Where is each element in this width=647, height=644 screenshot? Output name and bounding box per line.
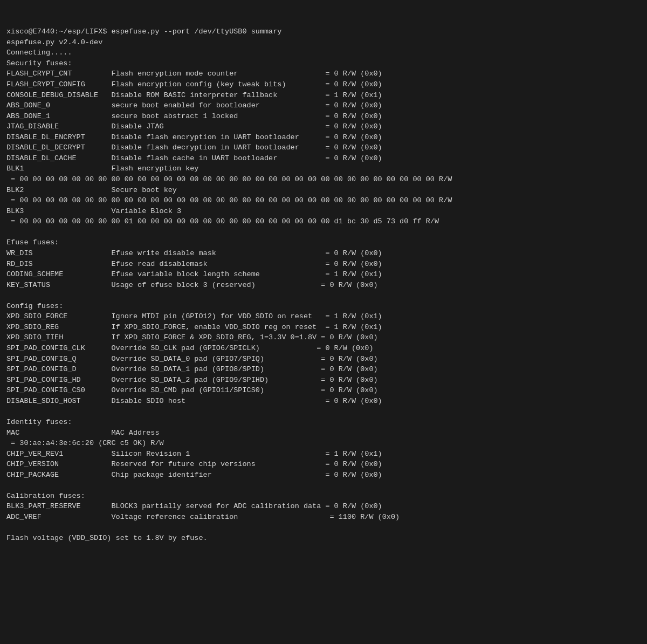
terminal-line-xpd-sdio-tieh: XPD_SDIO_TIEH If XPD_SDIO_FORCE & XPD_SD… [6, 332, 641, 343]
terminal-line-empty4 [6, 480, 641, 491]
terminal-line-flash-crypt-config: FLASH_CRYPT_CONFIG Flash encryption conf… [6, 79, 641, 90]
terminal-line-xpd-sdio-reg: XPD_SDIO_REG If XPD_SDIO_FORCE, enable V… [6, 322, 641, 333]
terminal-line-console-debug-disable: CONSOLE_DEBUG_DISABLE Disable ROM BASIC … [6, 90, 641, 101]
terminal-line-blk1-value: = 00 00 00 00 00 00 00 00 00 00 00 00 00… [6, 174, 641, 185]
terminal-line-spi-pad-config-cs0: SPI_PAD_CONFIG_CS0 Override SD_CMD pad (… [6, 385, 641, 396]
terminal-line-config-header: Config fuses: [6, 301, 641, 312]
terminal-line-adc-vref: ADC_VREF Voltage reference calibration =… [6, 512, 641, 523]
terminal-line-empty5 [6, 523, 641, 533]
terminal-line-empty3 [6, 406, 641, 417]
terminal-line-blk3-part-reserve: BLK3_PART_RESERVE BLOCK3 partially serve… [6, 501, 641, 512]
terminal-line-spi-pad-config-hd: SPI_PAD_CONFIG_HD Override SD_DATA_2 pad… [6, 375, 641, 386]
terminal-line-abs-done-0: ABS_DONE_0 secure boot enabled for bootl… [6, 100, 641, 111]
terminal-line-calibration-header: Calibration fuses: [6, 491, 641, 502]
terminal-line-mac-value: = 30:ae:a4:3e:6c:20 (CRC c5 OK) R/W [6, 438, 641, 449]
terminal-line-jtag-disable: JTAG_DISABLE Disable JTAG = 0 R/W (0x0) [6, 121, 641, 132]
terminal-line-xpd-sdio-force: XPD_SDIO_FORCE Ignore MTDI pin (GPIO12) … [6, 311, 641, 322]
terminal-line-flash-voltage: Flash voltage (VDD_SDIO) set to 1.8V by … [6, 533, 641, 544]
terminal-line-spi-pad-config-clk: SPI_PAD_CONFIG_CLK Override SD_CLK pad (… [6, 343, 641, 354]
terminal-line-connecting: Connecting..... [6, 47, 641, 58]
terminal-line-efuse-header: Efuse fuses: [6, 237, 641, 248]
terminal-line-empty2 [6, 290, 641, 301]
terminal-line-coding-scheme: CODING_SCHEME Efuse variable block lengt… [6, 269, 641, 280]
terminal-line-chip-ver-rev1: CHIP_VER_REV1 Silicon Revision 1 = 1 R/W… [6, 449, 641, 460]
terminal-line-version: espefuse.py v2.4.0-dev [6, 37, 641, 48]
terminal-line-disable-dl-decrypt: DISABLE_DL_DECRYPT Disable flash decrypt… [6, 142, 641, 153]
terminal-line-flash-crypt-cnt: FLASH_CRYPT_CNT Flash encryption mode co… [6, 68, 641, 79]
terminal-line-spi-pad-config-d: SPI_PAD_CONFIG_D Override SD_DATA_1 pad … [6, 364, 641, 375]
terminal-line-chip-version: CHIP_VERSION Reserved for future chip ve… [6, 459, 641, 470]
terminal-line-security-header: Security fuses: [6, 58, 641, 69]
terminal-line-spi-pad-config-q: SPI_PAD_CONFIG_Q Override SD_DATA_0 pad … [6, 354, 641, 365]
terminal-line-key-status: KEY_STATUS Usage of efuse block 3 (reser… [6, 280, 641, 291]
terminal-line-blk3-value: = 00 00 00 00 00 00 00 00 01 00 00 00 00… [6, 216, 641, 227]
terminal-line-empty1 [6, 227, 641, 238]
terminal-line-disable-sdio-host: DISABLE_SDIO_HOST Disable SDIO host = 0 … [6, 396, 641, 407]
terminal-line-blk2-label: BLK2 Secure boot key [6, 185, 641, 196]
terminal-line-abs-done-1: ABS_DONE_1 secure boot abstract 1 locked… [6, 111, 641, 122]
terminal-line-blk2-value: = 00 00 00 00 00 00 00 00 00 00 00 00 00… [6, 195, 641, 206]
terminal-line-identity-header: Identity fuses: [6, 417, 641, 428]
terminal-line-chip-package: CHIP_PACKAGE Chip package identifier = 0… [6, 470, 641, 481]
terminal-line-disable-dl-cache: DISABLE_DL_CACHE Disable flash cache in … [6, 153, 641, 164]
terminal-line-cmd: xisco@E7440:~/esp/LIFX$ espefuse.py --po… [6, 26, 641, 37]
terminal-line-wr-dis: WR_DIS Efuse write disable mask = 0 R/W … [6, 248, 641, 259]
terminal-line-blk1-label: BLK1 Flash encryption key [6, 163, 641, 174]
terminal-line-blk3-label: BLK3 Variable Block 3 [6, 206, 641, 217]
terminal-line-rd-dis: RD_DIS Efuse read disablemask = 0 R/W (0… [6, 259, 641, 270]
terminal-line-disable-dl-encrypt: DISABLE_DL_ENCRYPT Disable flash encrypt… [6, 132, 641, 143]
terminal-window: xisco@E7440:~/esp/LIFX$ espefuse.py --po… [6, 5, 641, 554]
terminal-line-mac-label: MAC MAC Address [6, 428, 641, 439]
